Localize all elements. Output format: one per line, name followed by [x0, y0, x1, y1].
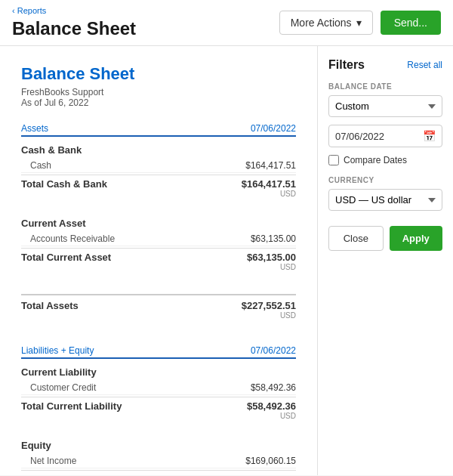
total-current-liability-value: $58,492.36	[247, 400, 296, 412]
header-right: More Actions ▾ Send...	[279, 11, 441, 35]
compare-dates-label[interactable]: Compare Dates	[344, 155, 407, 165]
total-assets-label: Total Assets	[21, 300, 79, 311]
liabilities-divider	[21, 357, 296, 359]
assets-date: 07/06/2022	[251, 123, 296, 134]
filter-actions: Close Apply	[328, 226, 442, 251]
main-layout: Balance Sheet FreshBooks Support As of J…	[0, 46, 453, 475]
total-cash-bank-values: $164,417.51 USD	[242, 178, 296, 198]
assets-divider	[21, 135, 296, 137]
liabilities-label: Liabilities + Equity	[21, 345, 94, 356]
total-cash-bank-label: Total Cash & Bank	[21, 178, 107, 190]
line-item: Cash $164,417.51	[21, 159, 296, 173]
total-assets-values: $227,552.51 USD	[242, 300, 296, 320]
total-equity-label: Total Equity	[21, 474, 76, 475]
customer-credit-value: $58,492.36	[251, 382, 296, 393]
report-date: As of Jul 6, 2022	[21, 97, 296, 108]
total-cash-bank-currency: USD	[242, 190, 296, 198]
total-cash-bank: Total Cash & Bank $164,417.51 USD	[21, 175, 296, 201]
total-cash-bank-value: $164,417.51	[242, 178, 296, 190]
line-item: Customer Credit $58,492.36	[21, 381, 296, 395]
total-current-asset-label: Total Current Asset	[21, 252, 111, 263]
cash-value: $164,417.51	[245, 160, 296, 171]
date-value: 07/06/2022	[335, 131, 384, 142]
ar-value: $63,135.00	[251, 233, 296, 244]
total-current-liability-label: Total Current Liability	[21, 400, 122, 412]
more-actions-label: More Actions	[291, 17, 352, 29]
chevron-down-icon: ▾	[356, 17, 362, 29]
total-assets-value: $227,552.51	[242, 300, 296, 311]
reset-all-link[interactable]: Reset all	[407, 60, 442, 70]
total-current-liability-currency: USD	[247, 412, 296, 420]
total-current-liability: Total Current Liability $58,492.36 USD	[21, 397, 296, 423]
total-equity: Total Equity $169,060.15 USD	[21, 470, 296, 475]
total-assets-currency: USD	[242, 311, 296, 320]
report-area: Balance Sheet FreshBooks Support As of J…	[0, 46, 317, 475]
line-item: Accounts Receivable $63,135.00	[21, 232, 296, 246]
line-item: Net Income $169,060.15	[21, 454, 296, 468]
liabilities-header: Liabilities + Equity 07/06/2022	[21, 345, 296, 356]
header: Reports Balance Sheet More Actions ▾ Sen…	[0, 0, 453, 46]
assets-header: Assets 07/06/2022	[21, 123, 296, 134]
apply-button[interactable]: Apply	[390, 226, 443, 251]
equity-title: Equity	[21, 440, 296, 451]
total-current-asset-value: $63,135.00	[247, 252, 296, 263]
total-equity-value: $169,060.15	[242, 474, 296, 475]
liabilities-date: 07/06/2022	[251, 345, 296, 356]
date-input[interactable]: 07/06/2022 📅	[328, 125, 442, 147]
ar-label: Accounts Receivable	[21, 233, 115, 244]
page-title: Balance Sheet	[12, 18, 136, 39]
send-button[interactable]: Send...	[381, 11, 441, 35]
balance-date-label: BALANCE DATE	[328, 82, 442, 91]
breadcrumb[interactable]: Reports	[12, 6, 136, 15]
total-current-asset-currency: USD	[247, 263, 296, 271]
net-income-value: $169,060.15	[245, 456, 296, 466]
report-title: Balance Sheet	[21, 64, 296, 84]
filters-title: Filters	[328, 58, 365, 72]
more-actions-button[interactable]: More Actions ▾	[279, 11, 373, 35]
compare-dates-checkbox[interactable]	[328, 155, 339, 165]
calendar-icon: 📅	[423, 130, 436, 142]
cash-bank-title: Cash & Bank	[21, 144, 296, 156]
close-button[interactable]: Close	[328, 226, 384, 251]
currency-select[interactable]: USD — US dollar	[328, 189, 442, 211]
customer-credit-label: Customer Credit	[21, 382, 96, 393]
report-company: FreshBooks Support	[21, 87, 296, 97]
total-current-asset: Total Current Asset $63,135.00 USD	[21, 248, 296, 274]
current-liability-title: Current Liability	[21, 366, 296, 378]
net-income-label: Net Income	[21, 456, 76, 466]
header-left: Reports Balance Sheet	[12, 6, 136, 39]
cash-label: Cash	[21, 160, 51, 171]
balance-date-select[interactable]: Custom	[328, 95, 442, 117]
total-current-liability-values: $58,492.36 USD	[247, 400, 296, 420]
current-asset-title: Current Asset	[21, 218, 296, 229]
total-current-asset-values: $63,135.00 USD	[247, 252, 296, 271]
filters-header: Filters Reset all	[328, 58, 442, 72]
total-equity-values: $169,060.15 USD	[242, 474, 296, 475]
compare-dates: Compare Dates	[328, 155, 442, 165]
assets-label: Assets	[21, 123, 48, 134]
filters-panel: Filters Reset all BALANCE DATE Custom 07…	[317, 46, 453, 475]
currency-label: Currency	[328, 176, 442, 184]
total-assets: Total Assets $227,552.51 USD	[21, 294, 296, 323]
